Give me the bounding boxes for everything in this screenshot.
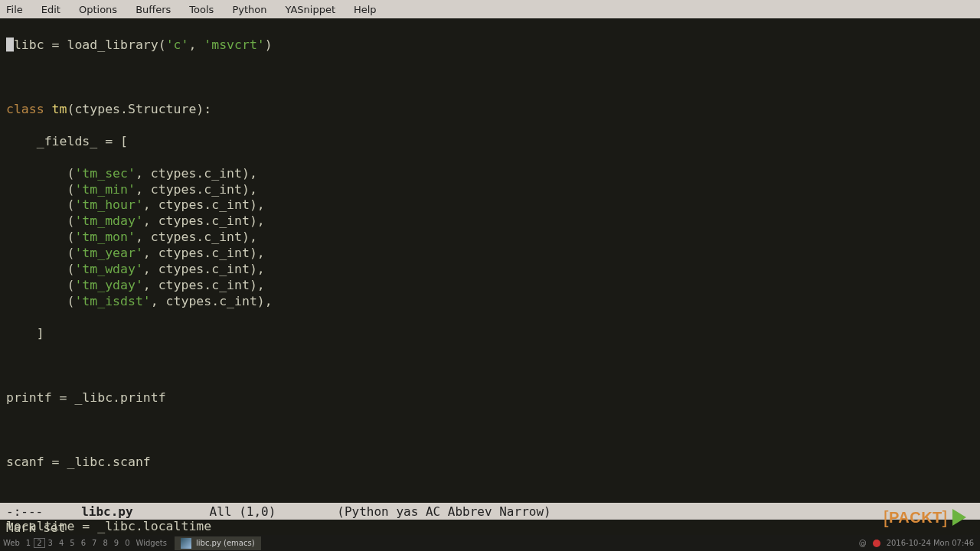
modeline-file: libc.py: [81, 504, 132, 519]
mode-line: -:--- libc.py All (1,0) (Python yas AC A…: [0, 503, 980, 520]
field-line: ('tm_year', ctypes.c_int),: [6, 246, 974, 262]
editor-area[interactable]: _libc = load_library('c', 'msvcrt') clas…: [0, 18, 980, 551]
cursor: _: [6, 37, 14, 52]
field-line: ('tm_wday', ctypes.c_int),: [6, 262, 974, 278]
taskbar-web[interactable]: Web: [0, 539, 23, 547]
menu-options[interactable]: Options: [79, 4, 117, 15]
workspace-4[interactable]: 4: [56, 539, 67, 547]
minibuffer: Mark set: [6, 520, 65, 535]
workspace-6[interactable]: 6: [78, 539, 89, 547]
taskbar-at: @: [859, 539, 867, 547]
taskbar: Web 1 2 3 4 5 6 7 8 9 0 Widgets libc.py …: [0, 535, 980, 551]
taskbar-widgets[interactable]: Widgets: [133, 539, 170, 547]
workspace-0[interactable]: 0: [122, 539, 132, 547]
field-line: ('tm_mon', ctypes.c_int),: [6, 230, 974, 246]
field-line: ('tm_isdst', ctypes.c_int),: [6, 294, 974, 310]
field-line: ('tm_sec', ctypes.c_int),: [6, 166, 974, 182]
taskbar-clock: 2016-10-24 Mon 07:46: [887, 539, 974, 547]
modeline-status: -:---: [6, 504, 43, 519]
workspace-8[interactable]: 8: [100, 539, 110, 547]
modeline-position: All (1,0): [210, 504, 276, 519]
field-line: ('tm_hour', ctypes.c_int),: [6, 197, 974, 214]
taskbar-tab-emacs[interactable]: libc.py (emacs): [175, 536, 261, 550]
publisher-logo: [PACKT]: [884, 507, 966, 528]
menu-yasnippet[interactable]: YASnippet: [285, 4, 335, 15]
workspace-3[interactable]: 3: [45, 539, 56, 547]
workspace-2-active[interactable]: 2: [34, 538, 44, 548]
field-line: ('tm_mday', ctypes.c_int),: [6, 214, 974, 230]
workspace-5[interactable]: 5: [67, 539, 77, 547]
play-icon[interactable]: [952, 509, 966, 526]
menu-help[interactable]: Help: [354, 4, 377, 15]
menu-tools[interactable]: Tools: [189, 4, 214, 15]
menu-edit[interactable]: Edit: [41, 4, 60, 15]
field-line: ('tm_yday', ctypes.c_int),: [6, 278, 974, 294]
field-line: ('tm_min', ctypes.c_int),: [6, 182, 974, 198]
workspace-9[interactable]: 9: [111, 539, 122, 547]
modeline-modes: (Python yas AC Abbrev Narrow): [337, 504, 550, 519]
menu-python[interactable]: Python: [232, 4, 266, 15]
menu-file[interactable]: File: [6, 4, 23, 15]
menu-buffers[interactable]: Buffers: [136, 4, 171, 15]
emacs-icon: [181, 538, 191, 549]
menu-bar: File Edit Options Buffers Tools Python Y…: [0, 0, 980, 18]
workspace-1[interactable]: 1: [23, 539, 34, 547]
record-icon: [873, 540, 880, 547]
workspace-7[interactable]: 7: [89, 539, 100, 547]
